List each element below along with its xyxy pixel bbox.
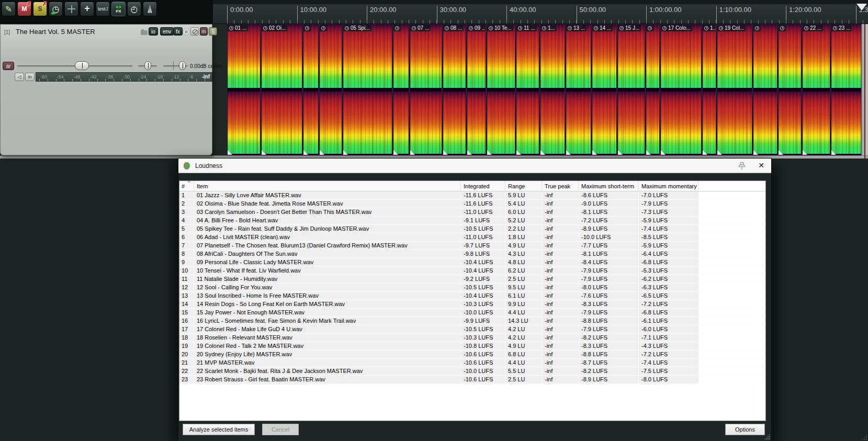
window-resize-grip[interactable] (861, 434, 867, 440)
meter-peak-readout[interactable]: -inf (201, 74, 210, 80)
media-item-spectrogram[interactable]: 1... (702, 24, 716, 155)
media-item-spectrogram[interactable]: 15 J... (617, 24, 645, 155)
table-row[interactable]: 5 05 Spikey Tee - Rain feat. Suff Daddy … (179, 225, 765, 233)
fade-in-handle[interactable] (487, 150, 492, 155)
table-row[interactable]: 1 01 Jazzz - Silly Love Affair MASTER.wa… (179, 191, 765, 200)
fade-in-handle[interactable] (393, 150, 398, 155)
volume-fader-thumb[interactable] (75, 61, 89, 70)
input-button[interactable]: in (25, 73, 35, 81)
phase-invert-button[interactable] (190, 27, 199, 36)
grid-snap-button[interactable] (64, 2, 78, 16)
table-row[interactable]: 18 18 Roselien - Relevant MASTER.wav -10… (179, 334, 765, 342)
width-fader-thumb[interactable] (179, 61, 186, 70)
media-item-spectrogram[interactable] (393, 24, 409, 155)
media-item-spectrogram[interactable]: 17 Colo... (660, 24, 702, 155)
table-row[interactable]: 16 16 LyricL - Sometimes feat. Fae Simon… (179, 317, 765, 325)
record-arm-button[interactable] (184, 29, 189, 35)
table-row[interactable]: 8 08 AfriCali - Daughters Of The Sun.wav… (179, 250, 765, 258)
reset-mute-button[interactable]: M✗ (17, 2, 31, 16)
add-button[interactable]: + (80, 2, 94, 16)
loudness-table[interactable]: #^ Item Integrated Range True peak Maxim… (179, 180, 766, 421)
pin-icon[interactable] (738, 162, 746, 171)
media-item-spectrogram[interactable]: 02 Oi... (261, 24, 302, 155)
fade-in-handle[interactable] (646, 150, 651, 155)
pencil-edit-button[interactable]: ✎ (2, 2, 16, 16)
routing-io-button[interactable]: io (149, 27, 158, 36)
media-item-spectrogram[interactable]: 14 ... (592, 24, 617, 155)
table-row[interactable]: 2 02 Oisima - Blue Shade feat. Jimetta R… (179, 200, 765, 208)
table-row[interactable]: 20 20 Sydney (Enjoy Life) MASTER.wav -10… (179, 350, 765, 359)
fade-in-handle[interactable] (228, 150, 232, 155)
media-item-spectrogram[interactable]: 22 ... (802, 24, 830, 155)
table-row[interactable]: 22 22 Scarlet Monk - Bajki feat. Rita J … (179, 367, 765, 376)
column-header-max-short-term[interactable]: Maximum short-term (579, 181, 639, 191)
fade-in-handle[interactable] (262, 150, 266, 155)
table-row[interactable]: 13 13 Soul Inscribed - Home Is Free MAST… (179, 292, 765, 300)
analyze-selected-items-button[interactable]: Analyze selected items (183, 424, 255, 435)
timeline-ruler[interactable]: 0:00.0010:00.0020:00.0030:00.0040:00.005… (213, 0, 868, 24)
column-header-number[interactable]: #^ (179, 181, 194, 191)
media-item-spectrogram[interactable]: 08 ... (443, 24, 466, 155)
table-row[interactable]: 4 04 A. Billi Free - Bold Heart.wav -9.1… (179, 217, 765, 225)
fade-in-handle[interactable] (717, 150, 722, 155)
arrange-view[interactable]: 01 ... 02 Oi... (213, 24, 861, 155)
time-selection-button[interactable]: ◷ (49, 2, 63, 16)
envelope-button[interactable]: env (160, 27, 174, 36)
automation-mode-button[interactable]: ar (3, 62, 14, 70)
column-header-max-momentary[interactable]: Maximum momentary (639, 181, 699, 191)
table-row[interactable]: 3 03 Carolyn Samuelson - Doesn't Get Bet… (179, 208, 765, 217)
column-header-true-peak[interactable]: True peak (542, 181, 579, 191)
fade-in-handle[interactable] (779, 150, 783, 155)
fade-in-handle[interactable] (443, 150, 448, 155)
folder-icon[interactable] (141, 30, 148, 35)
table-row[interactable]: 14 14 Resin Dogs - So Long Feat Kel on E… (179, 300, 765, 309)
table-row[interactable]: 10 10 Tensei - What If feat. Liv Warfiel… (179, 267, 765, 275)
media-item-spectrogram[interactable]: 1... (540, 24, 565, 155)
column-header-item[interactable]: Item (194, 181, 461, 191)
table-row[interactable]: 7 07 Planetself - The Chosen feat. Bluru… (179, 242, 765, 250)
table-row[interactable]: 23 23 Robert Strauss - Girl feat. Baatin… (179, 376, 765, 384)
track-meter[interactable]: -60-54-48-42-36-30-24-18-12-6 -inf (36, 72, 212, 82)
table-row[interactable]: 19 19 Colonel Red - Talk 2 Me MASTER.wav… (179, 342, 765, 350)
fade-in-handle[interactable] (566, 150, 571, 155)
track-name[interactable]: The Heart Vol. 5 MASTER (16, 28, 95, 36)
media-item-spectrogram[interactable]: 10 Te... (487, 24, 515, 155)
table-row[interactable]: 9 09 Personal Life - Classic Lady MASTER… (179, 258, 765, 267)
fade-in-handle[interactable] (540, 150, 545, 155)
table-row[interactable]: 15 15 Jay Power - Not Enough MASTER.wav … (179, 309, 765, 317)
fade-in-handle[interactable] (516, 150, 521, 155)
fade-in-handle[interactable] (592, 150, 597, 155)
media-item-spectrogram[interactable]: 01 ... (227, 24, 261, 155)
fade-in-handle[interactable] (303, 150, 308, 155)
fade-in-handle[interactable] (661, 150, 666, 155)
media-item-spectrogram[interactable]: 11 ... (516, 24, 539, 155)
table-row[interactable]: 6 06 Adad - Livit MASTER (clean).wav -11… (179, 233, 765, 242)
metronome-button[interactable] (143, 2, 157, 16)
mute-button[interactable]: m (200, 27, 208, 36)
clock-button[interactable]: ◴ (127, 2, 141, 16)
fade-in-handle[interactable] (803, 150, 807, 155)
media-item-spectrogram[interactable] (778, 24, 802, 155)
fx-button[interactable]: fx (173, 27, 183, 36)
track-control-panel[interactable]: [1] The Heart Vol. 5 MASTER io env fx m … (0, 24, 212, 155)
media-item-spectrogram[interactable] (753, 24, 777, 155)
options-button[interactable]: Options (725, 424, 765, 435)
fade-in-handle[interactable] (703, 150, 707, 155)
solo-button[interactable]: S (209, 27, 217, 36)
table-row[interactable]: 17 17 Colonel Red - Make Life GuD 4 U.wa… (179, 325, 765, 334)
fx-visibility-button[interactable]: FX (111, 2, 126, 16)
fade-in-handle[interactable] (467, 150, 472, 155)
reset-solo-button[interactable]: S✗ (33, 2, 47, 16)
custom-script-button[interactable]: test.l (96, 2, 110, 16)
media-item-spectrogram[interactable]: 05 Spi... (343, 24, 392, 155)
table-row[interactable]: 12 12 Sool - Calling For You.wav -10.5 L… (179, 284, 765, 292)
pan-fader-thumb[interactable] (144, 61, 151, 70)
media-item-spectrogram[interactable]: 07 ... (410, 24, 442, 155)
fade-in-handle[interactable] (320, 150, 324, 155)
table-row[interactable]: 21 21 MVP MASTER.wav -10.6 LUFS 4.4 LU -… (179, 359, 765, 367)
media-item-spectrogram[interactable]: 13 ... (566, 24, 591, 155)
table-header[interactable]: #^ Item Integrated Range True peak Maxim… (179, 181, 765, 191)
fade-in-handle[interactable] (410, 150, 415, 155)
table-row[interactable]: 11 11 Natalie Slade - Humidity.wav -9.2 … (179, 275, 765, 284)
media-item-spectrogram[interactable]: 19 Col... (717, 24, 752, 155)
